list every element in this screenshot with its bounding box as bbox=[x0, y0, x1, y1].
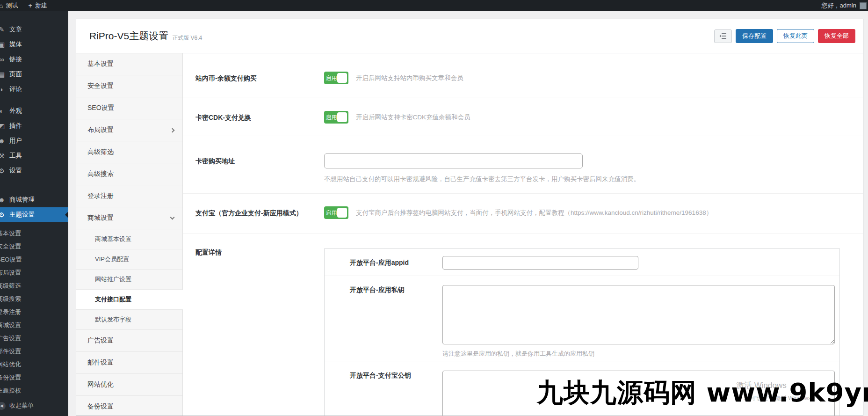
sidebar-item-label: 工具 bbox=[9, 152, 22, 160]
tab-backup-settings[interactable]: 备份设置 bbox=[76, 396, 182, 416]
tab-basic-settings[interactable]: 基本设置 bbox=[76, 53, 182, 75]
sidebar-subitem-label: 安全设置 bbox=[0, 242, 21, 251]
tab-label: 高级筛选 bbox=[87, 148, 114, 156]
sidebar-item-label: 用户 bbox=[9, 137, 22, 145]
appearance-icon: ◐ bbox=[0, 107, 6, 115]
sidebar-submenu-item[interactable]: 网站优化 bbox=[0, 358, 68, 371]
sidebar-subitem-label: 邮件设置 bbox=[0, 347, 21, 356]
tab-label: 商城设置 bbox=[87, 214, 114, 222]
save-config-button[interactable]: 保存配置 bbox=[736, 29, 773, 43]
chevron-down-icon bbox=[170, 215, 175, 220]
tab-security-settings[interactable]: 安全设置 bbox=[76, 75, 182, 97]
sidebar-submenu-item[interactable]: 主题授权 bbox=[0, 384, 68, 397]
panel-label: 开放平台-应用私钥 bbox=[325, 285, 442, 362]
sidebar-menu-item[interactable]: ▣ 媒体 bbox=[0, 37, 68, 52]
shop-manager-icon: ☻ bbox=[0, 196, 6, 204]
sidebar-subitem-label: 商城设置 bbox=[0, 321, 21, 329]
sidebar-submenu-item[interactable]: 备份设置 bbox=[0, 371, 68, 384]
sidebar-menu-item[interactable]: ☻ 用户 bbox=[0, 133, 68, 148]
sidebar-menu-item[interactable]: ◗ 评论 bbox=[0, 82, 68, 97]
sidebar-menu-item[interactable]: ☻ 商城管理 bbox=[0, 192, 68, 207]
page-title: RiPro-V5主题设置 bbox=[89, 29, 168, 43]
links-icon: ∞ bbox=[0, 56, 6, 63]
sidebar-submenu-item[interactable]: 登录注册 bbox=[0, 306, 68, 319]
sidebar-menu-item[interactable]: ⚙ 主题设置 bbox=[0, 207, 68, 222]
cdk-pay-toggle[interactable]: 启用 bbox=[324, 111, 348, 124]
tools-icon: ⚒ bbox=[0, 152, 6, 160]
sidebar-submenu-item[interactable]: 安全设置 bbox=[0, 240, 68, 253]
tab-label: 默认发布字段 bbox=[95, 315, 131, 324]
tab-seo-settings[interactable]: SEO设置 bbox=[76, 97, 182, 119]
sidebar-menu-item[interactable]: ✎ 文章 bbox=[0, 22, 68, 37]
sidebar-menu-item[interactable]: ◩ 插件 bbox=[0, 118, 68, 133]
collapse-menu-label: 收起菜单 bbox=[9, 401, 34, 410]
setting-label: 卡密CDK-支付兑换 bbox=[183, 111, 324, 136]
sidebar-menu-item[interactable]: ▤ 页面 bbox=[0, 67, 68, 82]
tab-advanced-search[interactable]: 高级搜索 bbox=[76, 163, 182, 185]
tab-label: 网站优化 bbox=[87, 380, 114, 389]
collapse-menu-button[interactable]: ◀ 收起菜单 bbox=[0, 398, 68, 413]
toggle-knob bbox=[337, 208, 347, 218]
private-key-note: 请注意这里是应用的私钥，就是你用工具生成的应用私钥 bbox=[442, 350, 839, 358]
coin-pay-toggle[interactable]: 启用 bbox=[324, 72, 348, 84]
tab-shop-basic[interactable]: 商城基本设置 bbox=[76, 229, 182, 249]
sidebar-item-label: 商城管理 bbox=[9, 196, 35, 204]
tab-shop-settings[interactable]: 商城设置 bbox=[76, 207, 182, 229]
tab-label: 备份设置 bbox=[87, 402, 114, 411]
tab-label: 网站推广设置 bbox=[95, 275, 131, 284]
setting-label: 配置详情 bbox=[183, 248, 324, 416]
tab-mail-settings[interactable]: 邮件设置 bbox=[76, 352, 182, 374]
panel-row-appid: 开放平台-应用appid bbox=[325, 249, 839, 276]
alipay-private-key-textarea[interactable] bbox=[442, 285, 835, 344]
collapse-arrow-icon: ◀ bbox=[0, 402, 6, 410]
sidebar-submenu-item[interactable]: 邮件设置 bbox=[0, 345, 68, 358]
restore-all-button[interactable]: 恢复全部 bbox=[818, 29, 855, 43]
home-icon: ⌂ bbox=[0, 2, 3, 9]
tab-layout-settings[interactable]: 布局设置 bbox=[76, 119, 182, 141]
sidebar-menu-item[interactable]: ◐ 外观 bbox=[0, 103, 68, 118]
cdk-purchase-url-input[interactable] bbox=[324, 153, 583, 168]
panel-row-private-key: 开放平台-应用私钥 请注意这里是应用的私钥，就是你用工具生成的应用私钥 bbox=[325, 276, 839, 362]
sidebar-submenu-item[interactable]: 布局设置 bbox=[0, 266, 68, 279]
sidebar-submenu-item[interactable]: 高级搜索 bbox=[0, 292, 68, 306]
tab-login-register[interactable]: 登录注册 bbox=[76, 185, 182, 207]
restore-page-button[interactable]: 恢复此页 bbox=[777, 29, 814, 43]
toggle-on-label: 启用 bbox=[326, 115, 337, 120]
alipay-toggle[interactable]: 启用 bbox=[324, 206, 348, 219]
adminbar-site-name: 测试 bbox=[6, 1, 18, 10]
theme-settings-card: RiPro-V5主题设置 正式版 V6.4 保存配置 恢复此页 恢复全部 基本设… bbox=[76, 19, 863, 416]
tab-label: 基本设置 bbox=[87, 60, 114, 68]
wp-admin-sidebar: ✎ 文章 ▣ 媒体 ∞ 链接 ▤ 页面 ◗ 评论 ◐ 外观 ◩ 插件 ☻ 用户 … bbox=[0, 11, 68, 416]
sidebar-menu-item[interactable]: ⚒ 工具 bbox=[0, 148, 68, 163]
tab-label: 广告设置 bbox=[87, 336, 114, 345]
setting-row-alipay: 支付宝（官方企业支付-新应用模式） 启用 支付宝商户后台推荐签约电脑网站支付，当… bbox=[183, 194, 863, 234]
sidebar-submenu-item[interactable]: SEO设置 bbox=[0, 253, 68, 266]
adminbar-account[interactable]: 您好，admin bbox=[822, 1, 867, 10]
adminbar-new-button[interactable]: + 新建 bbox=[28, 1, 47, 10]
sidebar-menu: ✎ 文章 ▣ 媒体 ∞ 链接 ▤ 页面 ◗ 评论 ◐ 外观 ◩ 插件 ☻ 用户 … bbox=[0, 11, 68, 222]
alipay-appid-input[interactable] bbox=[442, 256, 638, 270]
tab-label: 安全设置 bbox=[87, 82, 114, 90]
sidebar-submenu-item[interactable]: 商城设置 bbox=[0, 319, 68, 332]
toggle-nav-button[interactable] bbox=[714, 29, 732, 43]
sidebar-menu-item[interactable]: ⚙ 设置 bbox=[0, 163, 68, 178]
tab-site-optimization[interactable]: 网站优化 bbox=[76, 374, 182, 396]
setting-row-coin-pay: 站内币-余额支付购买 启用 开启后网站支持站内币购买文章和会员 bbox=[183, 53, 863, 97]
adminbar-site-link[interactable]: ⌂ 测试 bbox=[1, 1, 18, 10]
tab-site-promotion[interactable]: 网站推广设置 bbox=[76, 270, 182, 290]
sidebar-menu-item[interactable]: ∞ 链接 bbox=[0, 52, 68, 67]
tab-ad-settings[interactable]: 广告设置 bbox=[76, 330, 182, 352]
sidebar-item-label: 媒体 bbox=[9, 40, 22, 49]
avatar bbox=[860, 2, 867, 9]
tab-default-publish-fields[interactable]: 默认发布字段 bbox=[76, 310, 182, 330]
panel-label: 开放平台-应用appid bbox=[325, 256, 442, 276]
admin-bar: ⌂ 测试 + 新建 您好，admin bbox=[0, 0, 868, 11]
sidebar-submenu-item[interactable]: 广告设置 bbox=[0, 332, 68, 345]
tab-vip-member[interactable]: VIP会员配置 bbox=[76, 249, 182, 270]
sidebar-submenu-item[interactable]: 高级筛选 bbox=[0, 279, 68, 292]
tab-advanced-filter[interactable]: 高级筛选 bbox=[76, 141, 182, 163]
sidebar-subitem-label: 备份设置 bbox=[0, 373, 21, 382]
tab-payment-api[interactable]: 支付接口配置 bbox=[76, 290, 183, 310]
setting-description: 支付宝商户后台推荐签约电脑网站支付，当面付，手机网站支付，配置教程（https:… bbox=[356, 209, 712, 217]
sidebar-submenu-item[interactable]: 基本设置 bbox=[0, 227, 68, 240]
